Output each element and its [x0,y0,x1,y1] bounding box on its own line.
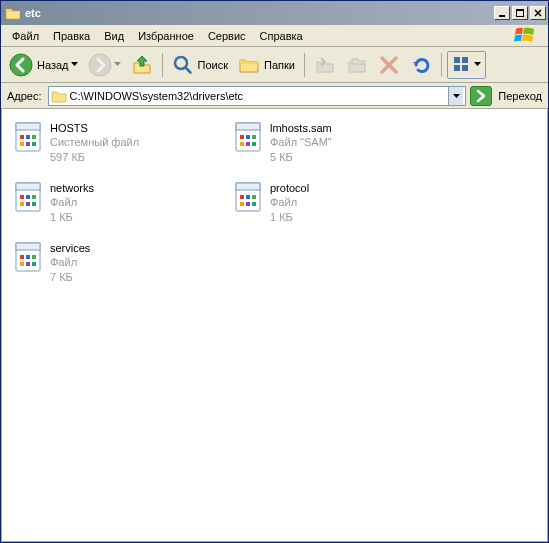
svg-rect-25 [252,142,256,146]
address-input[interactable] [70,90,449,102]
file-size: 1 КБ [270,210,309,224]
folders-button[interactable]: Папки [234,51,299,79]
svg-rect-33 [32,202,36,206]
file-name: services [50,241,90,255]
svg-rect-46 [32,255,36,259]
svg-rect-21 [246,135,250,139]
file-text: HOSTS Системный файл 597 КБ [50,121,139,164]
file-item[interactable]: HOSTS Системный файл 597 КБ [8,117,228,177]
svg-rect-49 [32,262,36,266]
menu-favorites[interactable]: Избранное [131,28,201,44]
svg-rect-39 [240,202,244,206]
svg-rect-19 [236,123,260,130]
views-button[interactable] [447,51,486,79]
maximize-button[interactable] [512,6,528,20]
file-name: networks [50,181,94,195]
file-type: Системный файл [50,135,139,149]
file-type: Файл [50,255,90,269]
forward-button[interactable] [84,51,125,79]
svg-rect-35 [236,183,260,190]
address-field[interactable] [48,86,467,106]
search-button[interactable]: Поиск [168,51,232,79]
svg-rect-14 [32,135,36,139]
file-item[interactable]: protocol Файл 1 КБ [228,177,448,237]
svg-rect-16 [26,142,30,146]
file-icon [12,121,44,153]
svg-rect-7 [462,57,468,63]
toolbar: Назад Поиск Папки [1,47,548,83]
file-item[interactable]: networks Файл 1 КБ [8,177,228,237]
svg-rect-38 [252,195,256,199]
separator [304,53,305,77]
file-name: lmhosts.sam [270,121,332,135]
window-title: etc [25,7,492,19]
file-icon [232,181,264,213]
svg-rect-9 [462,65,468,71]
undo-button[interactable] [406,51,436,79]
file-icon [12,181,44,213]
file-text: protocol Файл 1 КБ [270,181,309,224]
svg-rect-13 [26,135,30,139]
file-name: protocol [270,181,309,195]
svg-rect-28 [20,195,24,199]
go-label: Переход [496,90,544,102]
menu-edit[interactable]: Правка [46,28,97,44]
file-size: 1 КБ [50,210,94,224]
menu-tools[interactable]: Сервис [201,28,253,44]
copy-to-button[interactable] [342,51,372,79]
svg-rect-32 [26,202,30,206]
menu-view[interactable]: Вид [97,28,131,44]
file-item[interactable]: lmhosts.sam Файл "SAM" 5 КБ [228,117,448,177]
windows-logo-icon [508,25,544,47]
file-text: services Файл 7 КБ [50,241,90,284]
svg-rect-8 [454,65,460,71]
addressbar: Адрес: Переход [1,83,548,109]
up-button[interactable] [127,51,157,79]
chevron-down-icon [474,61,481,68]
svg-rect-11 [16,123,40,130]
folder-icon [51,88,67,104]
svg-rect-20 [240,135,244,139]
file-item[interactable]: services Файл 7 КБ [8,237,228,297]
close-button[interactable] [530,6,546,20]
file-type: Файл [270,195,309,209]
svg-rect-48 [26,262,30,266]
minimize-button[interactable] [494,6,510,20]
svg-rect-41 [252,202,256,206]
folders-label: Папки [264,59,295,71]
svg-rect-6 [454,57,460,63]
svg-point-4 [89,54,111,76]
delete-button[interactable] [374,51,404,79]
go-button[interactable] [470,86,492,106]
svg-rect-29 [26,195,30,199]
svg-point-3 [10,54,32,76]
address-dropdown-button[interactable] [448,87,463,105]
file-size: 5 КБ [270,150,332,164]
back-button[interactable]: Назад [5,51,82,79]
separator [162,53,163,77]
chevron-down-icon [114,61,121,68]
svg-rect-47 [20,262,24,266]
file-size: 7 КБ [50,270,90,284]
file-icon [12,241,44,273]
folder-icon [5,5,21,21]
svg-rect-15 [20,142,24,146]
menu-file[interactable]: Файл [5,28,46,44]
svg-rect-44 [20,255,24,259]
chevron-down-icon [71,61,78,68]
svg-rect-43 [16,243,40,250]
file-type: Файл "SAM" [270,135,332,149]
svg-rect-2 [516,9,524,11]
file-type: Файл [50,195,94,209]
svg-rect-36 [240,195,244,199]
svg-rect-17 [32,142,36,146]
menu-help[interactable]: Справка [253,28,310,44]
file-list: HOSTS Системный файл 597 КБ lmhosts.sam … [1,109,548,542]
svg-rect-30 [32,195,36,199]
menubar: Файл Правка Вид Избранное Сервис Справка [1,25,548,47]
address-label: Адрес: [5,90,44,102]
svg-rect-45 [26,255,30,259]
svg-rect-23 [240,142,244,146]
svg-rect-27 [16,183,40,190]
move-to-button[interactable] [310,51,340,79]
